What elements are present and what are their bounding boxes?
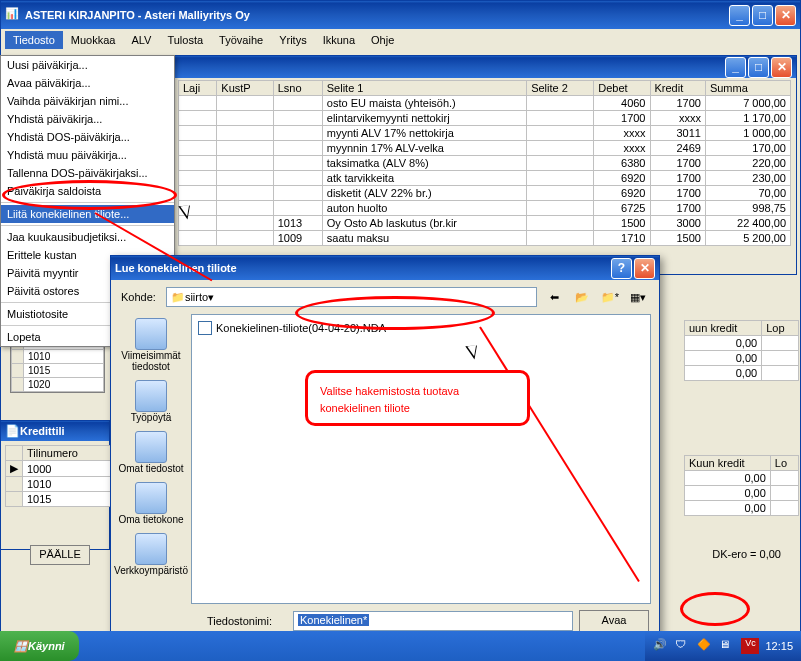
cell[interactable]: 6920 <box>594 186 650 201</box>
cell[interactable]: myynnin 17% ALV-velka <box>322 141 526 156</box>
cell[interactable] <box>273 156 322 171</box>
paalle-button[interactable]: PÄÄLLE <box>30 545 90 565</box>
main-datagrid[interactable]: LajiKustPLsnoSelite 1Selite 2DebetKredit… <box>178 80 791 246</box>
cell[interactable] <box>217 111 273 126</box>
col-3[interactable]: Selite 1 <box>322 81 526 96</box>
tray-icon[interactable]: 🔶 <box>697 638 713 654</box>
cell[interactable]: 1009 <box>273 231 322 246</box>
cell[interactable] <box>179 216 217 231</box>
col-4[interactable]: Selite 2 <box>527 81 594 96</box>
cell[interactable] <box>179 231 217 246</box>
cell[interactable]: 1700 <box>650 186 705 201</box>
cell[interactable]: elintarvikemyynti nettokirj <box>322 111 526 126</box>
cell[interactable] <box>527 231 594 246</box>
menu-item[interactable]: Uusi päiväkirja... <box>1 56 174 74</box>
cell[interactable]: 2469 <box>650 141 705 156</box>
cell[interactable]: 1013 <box>273 216 322 231</box>
cell[interactable] <box>179 96 217 111</box>
cell[interactable]: 3011 <box>650 126 705 141</box>
table-row[interactable]: elintarvikemyynti nettokirj1700xxxx1 170… <box>179 111 791 126</box>
cell[interactable]: osto EU maista (yhteisöh.) <box>322 96 526 111</box>
menu-alv[interactable]: ALV <box>123 31 159 49</box>
cell[interactable]: 1500 <box>594 216 650 231</box>
menu-item[interactable]: Jaa kuukausibudjetiksi... <box>1 228 174 246</box>
col-2[interactable]: Lsno <box>273 81 322 96</box>
cell[interactable] <box>179 186 217 201</box>
cell[interactable]: 1700 <box>650 171 705 186</box>
table-row[interactable]: auton huolto67251700998,75 <box>179 201 791 216</box>
list-item[interactable]: ▶1000 <box>6 461 113 477</box>
menu-item[interactable]: Yhdistä DOS-päiväkirja... <box>1 128 174 146</box>
child-maximize[interactable]: □ <box>748 57 769 78</box>
cell[interactable] <box>273 126 322 141</box>
cell[interactable]: atk tarvikkeita <box>322 171 526 186</box>
cell[interactable]: 998,75 <box>705 201 790 216</box>
place-item[interactable]: Verkkoympäristö <box>114 533 188 576</box>
cell[interactable]: 70,00 <box>705 186 790 201</box>
menu-yritys[interactable]: Yritys <box>271 31 315 49</box>
clock[interactable]: 12:15 <box>765 640 793 652</box>
cell[interactable]: Oy Osto Ab laskutus (br.kir <box>322 216 526 231</box>
menu-item[interactable]: Yhdistä muu päiväkirja... <box>1 146 174 164</box>
col-0[interactable]: Laji <box>179 81 217 96</box>
place-item[interactable]: Oma tietokone <box>118 482 183 525</box>
cell[interactable]: xxxx <box>594 141 650 156</box>
cell[interactable]: 4060 <box>594 96 650 111</box>
cell[interactable] <box>527 186 594 201</box>
child-minimize[interactable]: _ <box>725 57 746 78</box>
menu-tiedosto[interactable]: Tiedosto <box>5 31 63 49</box>
system-tray[interactable]: 🔊 🛡 🔶 🖥 Vc 12:15 <box>645 631 801 661</box>
cell[interactable]: 7 000,00 <box>705 96 790 111</box>
cell[interactable] <box>217 216 273 231</box>
cell[interactable]: 220,00 <box>705 156 790 171</box>
cell[interactable]: 1710 <box>594 231 650 246</box>
table-row[interactable]: atk tarvikkeita69201700230,00 <box>179 171 791 186</box>
up-folder-icon[interactable]: 📂 <box>571 286 593 308</box>
menu-ohje[interactable]: Ohje <box>363 31 402 49</box>
list-item[interactable]: 1010 <box>6 477 113 492</box>
tray-vc-icon[interactable]: Vc <box>741 638 759 654</box>
place-item[interactable]: Omat tiedostot <box>118 431 183 474</box>
cell[interactable] <box>527 111 594 126</box>
cell[interactable]: 170,00 <box>705 141 790 156</box>
col-1[interactable]: KustP <box>217 81 273 96</box>
cell[interactable]: saatu maksu <box>322 231 526 246</box>
list-item[interactable]: 1015 <box>6 492 113 507</box>
cell[interactable]: 1 000,00 <box>705 126 790 141</box>
col-5[interactable]: Debet <box>594 81 650 96</box>
table-row[interactable]: taksimatka (ALV 8%)63801700220,00 <box>179 156 791 171</box>
menu-muokkaa[interactable]: Muokkaa <box>63 31 124 49</box>
menu-ikkuna[interactable]: Ikkuna <box>315 31 363 49</box>
close-button[interactable]: ✕ <box>775 5 796 26</box>
cell[interactable] <box>217 201 273 216</box>
cell[interactable] <box>273 186 322 201</box>
cell[interactable] <box>179 156 217 171</box>
menu-item[interactable]: Liitä konekielinen tiliote... <box>1 205 174 223</box>
cell[interactable] <box>179 171 217 186</box>
child-close[interactable]: ✕ <box>771 57 792 78</box>
fd-file-list[interactable]: Konekielinen-tiliote(04-04-20).NDA <box>191 314 651 604</box>
views-icon[interactable]: ▦▾ <box>627 286 649 308</box>
cell[interactable] <box>527 216 594 231</box>
menu-item[interactable]: Päiväkirja saldoista <box>1 182 174 200</box>
cell[interactable] <box>217 231 273 246</box>
table-row[interactable]: osto EU maista (yhteisöh.)406017007 000,… <box>179 96 791 111</box>
cell[interactable] <box>527 141 594 156</box>
cell[interactable] <box>273 96 322 111</box>
cell[interactable]: disketit (ALV 22% br.) <box>322 186 526 201</box>
cell[interactable] <box>217 186 273 201</box>
place-item[interactable]: Viimeisimmät tiedostot <box>111 318 191 372</box>
fd-close[interactable]: ✕ <box>634 258 655 279</box>
table-row[interactable]: myynnin 17% ALV-velkaxxxx2469170,00 <box>179 141 791 156</box>
place-item[interactable]: Työpöytä <box>131 380 172 423</box>
cell[interactable] <box>273 141 322 156</box>
cell[interactable] <box>527 156 594 171</box>
filename-input[interactable]: Konekielinen* <box>293 611 573 631</box>
cell[interactable]: 6920 <box>594 171 650 186</box>
tray-icon[interactable]: 🖥 <box>719 638 735 654</box>
list-item[interactable]: 1020 <box>12 378 104 392</box>
cell[interactable] <box>527 96 594 111</box>
cell[interactable]: myynti ALV 17% nettokirja <box>322 126 526 141</box>
cell[interactable] <box>527 126 594 141</box>
cell[interactable] <box>179 126 217 141</box>
